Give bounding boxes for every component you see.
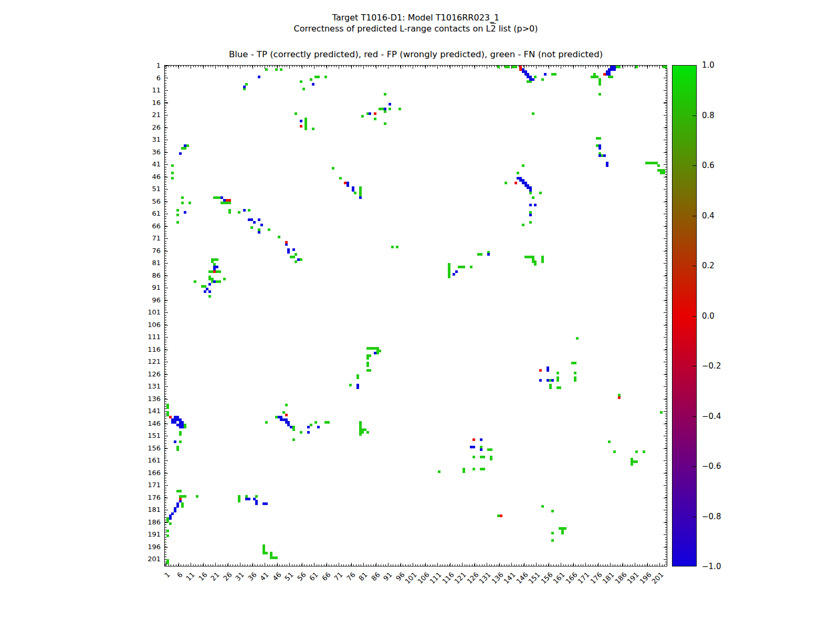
contact-cell-tp [529, 204, 532, 206]
contact-cell-fn [243, 88, 246, 90]
contact-cell-fp [500, 514, 502, 517]
contact-cell-fn [541, 505, 544, 508]
contact-cell-tp [539, 379, 542, 382]
y-tick-label: 96 [139, 296, 161, 303]
contact-cell-fn [176, 221, 179, 224]
y-tick-label: 51 [139, 185, 161, 193]
contact-cell-tp [480, 448, 482, 451]
contact-cell-tp [598, 147, 601, 150]
contact-cell-fn [188, 202, 191, 204]
x-axis-bottom-minor-ticks [165, 564, 667, 566]
colorbar-tick-label: 0.8 [702, 111, 715, 120]
contact-cell-fp [519, 68, 522, 71]
contact-cell-fp [618, 396, 621, 399]
contact-cell-fn [551, 532, 554, 534]
contact-cell-fn [472, 468, 475, 470]
colorbar-tick [692, 165, 696, 166]
contact-cell-tp [213, 280, 216, 283]
contact-cell-fn [280, 68, 282, 71]
y-tick-label: 191 [139, 530, 161, 538]
contact-cell-fn [317, 76, 320, 78]
contact-cell-fn [529, 221, 532, 224]
contact-cell-fn [255, 495, 258, 498]
contact-cell-fn [302, 88, 305, 90]
contact-cell-tp [258, 218, 260, 221]
contact-cell-fn [354, 192, 356, 194]
y-tick-label: 121 [139, 358, 161, 365]
contact-cell-fn [324, 76, 327, 78]
contact-cell-fn [384, 110, 386, 113]
contact-cell-fn [534, 263, 537, 266]
contact-cell-tp [551, 379, 554, 382]
contact-cell-tp [529, 189, 532, 192]
contact-cell-fn [396, 246, 398, 248]
contact-cell-fn [184, 426, 186, 428]
y-tick-label: 131 [139, 382, 161, 390]
contact-cell-fn [295, 253, 297, 256]
contact-cell-fp [539, 369, 542, 372]
contact-cell-fn [366, 431, 369, 434]
contact-cell-tp [369, 112, 371, 115]
contact-cell-fn [532, 112, 534, 115]
contact-cell-fn [366, 357, 369, 360]
contact-cell-fn [490, 458, 492, 460]
y-tick-label: 31 [139, 135, 161, 143]
contact-cell-fn [359, 433, 362, 436]
contact-cell-fn [238, 500, 240, 502]
contact-cell-fn [541, 78, 544, 81]
contact-cell-fn [618, 66, 621, 68]
y-tick-label: 91 [139, 284, 161, 291]
contact-cell-fn [181, 202, 184, 204]
contact-cell-tp [174, 510, 176, 512]
x-axis-bottom-major-ticks [165, 563, 667, 566]
contact-cell-fn [166, 406, 169, 409]
colorbar-tick-label: −0.4 [702, 412, 721, 421]
contact-cell-fn [660, 411, 663, 414]
contact-cell-fn [598, 137, 601, 140]
y-tick-label: 176 [139, 493, 161, 501]
contact-cell-fn [376, 352, 379, 354]
contact-cell-tp [258, 231, 260, 234]
y-tick-label: 136 [139, 394, 161, 402]
contact-cell-fn [384, 122, 386, 125]
colorbar-tick [692, 216, 696, 216]
contact-cell-fn [166, 530, 169, 532]
contact-cell-tp [346, 184, 349, 187]
colorbar-tick [692, 517, 696, 517]
y-tick-label: 46 [139, 172, 161, 180]
contact-cell-tp [388, 103, 391, 106]
contact-cell-fn [292, 256, 295, 258]
contact-cell-fn [608, 440, 611, 443]
contact-cell-tp [455, 270, 458, 273]
contact-cell-fn [361, 431, 364, 434]
contact-cell-fn [228, 202, 231, 204]
contact-cell-tp [307, 426, 310, 428]
y-tick-label: 66 [139, 222, 161, 229]
contact-cell-tp [384, 108, 386, 110]
contact-cell-tp [258, 76, 260, 78]
contact-cell-fn [529, 192, 532, 194]
y-tick-label: 181 [139, 506, 161, 513]
contact-cell-fn [250, 226, 253, 229]
contact-cell-fn [166, 562, 169, 564]
contact-cell-fn [179, 433, 182, 436]
contact-cell-fn [611, 76, 613, 78]
contact-cell-tp [181, 426, 184, 428]
colorbar-tick-label: 0.4 [702, 211, 715, 220]
contact-cell-fn [184, 147, 186, 150]
y-tick-label: 111 [139, 333, 161, 341]
y-tick-label: 86 [139, 271, 161, 279]
contact-cell-tp [287, 251, 290, 254]
contact-cell-tp [179, 152, 182, 155]
contact-cell-fn [171, 164, 174, 167]
contact-cell-fn [480, 253, 482, 256]
y-tick-label: 151 [139, 432, 161, 439]
contact-cell-tp [243, 209, 246, 212]
contact-cell-fn [218, 270, 221, 273]
contact-cell-fp [179, 498, 182, 500]
contact-cell-fn [366, 364, 369, 367]
y-tick-label: 61 [139, 209, 161, 217]
contact-cell-fn [171, 177, 174, 180]
y-tick-label: 106 [139, 320, 161, 328]
contact-cell-fn [635, 66, 638, 68]
